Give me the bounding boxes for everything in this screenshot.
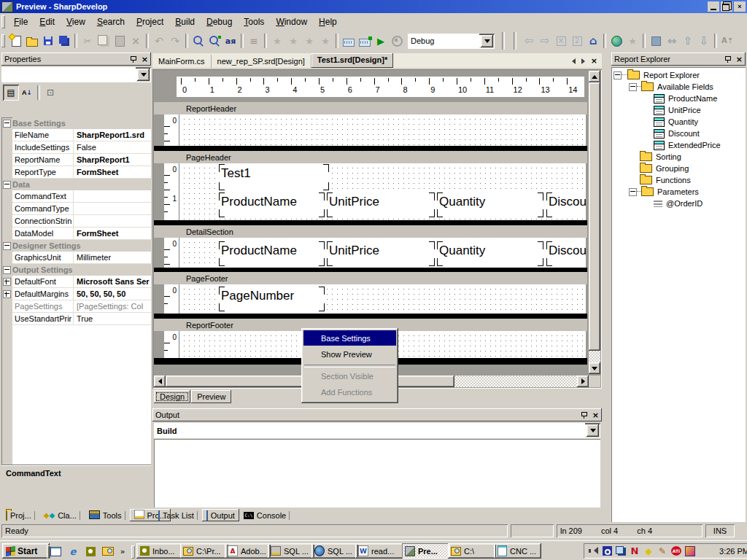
restore-button[interactable] [721, 1, 732, 12]
save-all-button[interactable] [56, 33, 72, 49]
next-tab-icon[interactable] [581, 58, 588, 64]
property-row-commandtype[interactable]: CommandType [12, 203, 151, 215]
paste-button[interactable] [112, 33, 128, 49]
property-value[interactable]: 50, 50, 50, 50 [74, 288, 151, 300]
property-value[interactable]: [PageSettings: Col [74, 300, 151, 312]
pin-icon[interactable] [581, 411, 588, 419]
home-button[interactable]: ⌂ [585, 33, 601, 49]
prev-bookmark-button[interactable]: ★ [285, 33, 301, 49]
property-value[interactable]: FormSheet [74, 228, 151, 239]
section-band-pageheader[interactable]: Test1ProductNameUnitPriceQuantityDiscoun… [179, 163, 586, 220]
tree-item-report-explorer[interactable]: Report Explorer [611, 69, 746, 81]
category-row-data[interactable]: Data [12, 179, 151, 190]
menu-build[interactable]: Build [169, 15, 201, 29]
menu-view[interactable]: View [61, 15, 91, 29]
redo-button[interactable]: ↷ [167, 33, 183, 49]
find-folder-icon[interactable] [102, 545, 114, 557]
expand-icon[interactable] [3, 278, 11, 286]
menu-help[interactable]: Help [313, 15, 343, 29]
menu-debug[interactable]: Debug [201, 15, 238, 29]
toggle-lines-button[interactable]: ≡ [246, 33, 262, 49]
pin-icon[interactable] [724, 55, 732, 63]
task-button-7[interactable]: C:\ [448, 543, 496, 559]
vertical-scrollbar[interactable] [589, 71, 600, 374]
cut-button[interactable]: ✂ [80, 33, 96, 49]
run-button[interactable]: ▶ [373, 33, 389, 49]
volume-tray-icon[interactable] [588, 546, 598, 556]
build-button[interactable] [341, 33, 357, 49]
dock-tab-cla[interactable]: ◆◆Cla... [39, 509, 85, 521]
menu-item-show-preview[interactable]: Show Preview [303, 346, 396, 362]
category-row-base-settings[interactable]: Base Settings [12, 117, 151, 129]
back-button[interactable]: ⇦ [521, 33, 537, 49]
show-desktop-icon[interactable] [50, 545, 61, 557]
schedule-icon[interactable] [85, 545, 96, 557]
tree-item-available-fields[interactable]: Available Fields [611, 81, 746, 93]
tree-item-functions[interactable]: Functions [611, 174, 746, 186]
collapse-icon[interactable] [629, 188, 637, 196]
dock-tab-console[interactable]: C:\Console [239, 509, 294, 521]
clear-bookmarks-button[interactable]: ★ [317, 33, 333, 49]
chevron-down-icon[interactable] [137, 69, 150, 81]
copy-button[interactable] [96, 33, 112, 49]
report-item-unitprice[interactable]: UnitPrice [327, 192, 435, 217]
property-row-commandtext[interactable]: CommandText [12, 190, 151, 203]
property-row-usestandartprir[interactable]: UseStandartPrirTrue [12, 313, 151, 325]
collapse-icon[interactable] [3, 120, 11, 128]
section-label-pagefooter[interactable]: PageFooter [154, 272, 587, 284]
new-file-button[interactable] [8, 33, 24, 49]
section-band-reportheader[interactable] [179, 114, 586, 146]
collapse-icon[interactable] [3, 266, 11, 274]
open-file-button[interactable] [24, 33, 40, 49]
property-value[interactable] [74, 215, 151, 227]
section-separator[interactable] [154, 146, 587, 151]
report-item-unitprice[interactable]: UnitPrice [327, 241, 435, 266]
report-item-quantity[interactable]: Quantity [437, 192, 543, 217]
property-row-connectionstrin[interactable]: ConnectionStrin [12, 215, 151, 228]
task-button-3[interactable]: SQL ... [268, 543, 314, 559]
chevron-down-icon[interactable] [587, 424, 599, 437]
scroll-right-icon[interactable] [577, 376, 589, 387]
property-row-reporttype[interactable]: ReportTypeFormSheet [12, 166, 151, 179]
tree-item-extendedprice[interactable]: ExtendedPrice [611, 139, 746, 151]
dock-tab-proj[interactable]: Proj... [1, 509, 39, 521]
dock-tab-task-list[interactable]: Task List [154, 509, 202, 521]
debug-config-combo[interactable]: Debug [408, 34, 495, 49]
tree-item-productname[interactable]: ProductName [611, 93, 746, 104]
menu-tools[interactable]: Tools [238, 15, 270, 29]
report-item-productname[interactable]: ProductName [219, 241, 325, 266]
build-all-button[interactable] [357, 33, 373, 49]
object-selector-combo[interactable] [1, 67, 151, 82]
collapse-icon[interactable] [3, 242, 11, 250]
section-separator[interactable] [154, 220, 587, 225]
report-item-discount[interactable]: Discount [546, 241, 586, 266]
section-label-detailsection[interactable]: DetailSection [154, 225, 587, 238]
tree-item-discount[interactable]: Discount [611, 128, 746, 139]
scroll-up-icon[interactable] [589, 71, 600, 82]
novell-tray-icon[interactable]: N [630, 546, 640, 556]
category-row-output-settings[interactable]: Output Settings [12, 264, 151, 276]
property-row-includesettings[interactable]: IncludeSettingsFalse [12, 141, 151, 154]
property-row-defaultmargins[interactable]: DefaultMargins50, 50, 50, 50 [12, 288, 151, 300]
categorized-view-button[interactable]: ▤ [3, 85, 19, 101]
tree-item-grouping[interactable]: Grouping [611, 163, 746, 174]
sort-az-button[interactable]: A⇡ [719, 33, 735, 49]
section-separator[interactable] [154, 314, 587, 319]
radio-tray-icon[interactable] [602, 546, 612, 556]
tab-design[interactable]: Design [154, 390, 190, 403]
property-row-graphicsunit[interactable]: GraphicsUnitMillimeter [12, 252, 151, 264]
report-item-pagenumber[interactable]: PageNumber [219, 287, 325, 311]
chevron-down-icon[interactable] [481, 35, 493, 47]
property-row-pagesettings[interactable]: PageSettings[PageSettings: Col [12, 300, 151, 313]
property-row-reportname[interactable]: ReportNameSharpReport1 [12, 154, 151, 166]
report-item-quantity[interactable]: Quantity [437, 241, 543, 266]
task-button-0[interactable]: Inbo... [136, 543, 182, 559]
scroll-left-icon[interactable] [154, 376, 166, 387]
task-button-4[interactable]: SQL ... [311, 543, 358, 559]
move-down-button[interactable]: ⇩ [696, 33, 712, 49]
section-band-pagefooter[interactable]: PageNumber [179, 284, 586, 314]
property-value[interactable] [74, 203, 151, 214]
section-band-detailsection[interactable]: ProductNameUnitPriceQuantityDiscount [179, 238, 586, 268]
tab-new-rep-sp-srd-design[interactable]: new_rep_SP.srd[Design] [212, 55, 311, 68]
close-document-icon[interactable]: × [591, 56, 597, 66]
